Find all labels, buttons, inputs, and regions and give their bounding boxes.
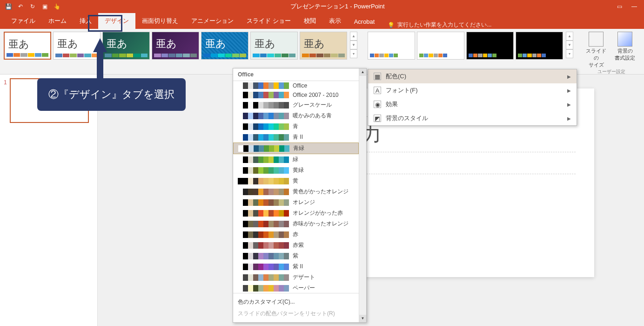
touch-icon[interactable]: 👆 (53, 3, 60, 10)
theme-gallery: 亜あ 亜あ 亜あ 亜あ 亜あ 亜あ 亜あ (4, 32, 347, 60)
color-scheme-label: 青 (293, 122, 298, 130)
gallery-more-icon[interactable]: ▾ (350, 49, 357, 58)
color-swatches (238, 189, 289, 195)
gallery-up-icon[interactable]: ▲ (350, 32, 357, 41)
color-swatches (238, 82, 289, 89)
theme-7[interactable]: 亜あ (300, 32, 347, 60)
color-scheme-item[interactable]: Office (233, 81, 359, 90)
variant-gallery (368, 32, 563, 60)
tab-home[interactable]: ホーム (42, 13, 73, 29)
color-menu-header: Office (233, 68, 359, 81)
color-scheme-item[interactable]: 黄 (233, 176, 359, 186)
color-scheme-label: 青緑 (293, 144, 304, 152)
gallery-down-icon[interactable]: ▼ (350, 41, 357, 49)
theme-office[interactable]: 亜あ (4, 32, 51, 60)
color-scheme-label: オレンジがかった赤 (293, 209, 343, 217)
color-scheme-item[interactable]: 赤紫 (233, 240, 359, 251)
variant-4[interactable] (516, 32, 563, 60)
color-scheme-item[interactable]: 赤 (233, 229, 359, 240)
variant-3[interactable] (466, 32, 514, 60)
color-swatches (238, 145, 289, 152)
format-background-button[interactable]: 背景の 書式設定 (612, 32, 637, 61)
color-menu-footer: 色のカスタマイズ(C)... スライドの配色パターンをリセット(R) (233, 293, 359, 322)
menu-colors[interactable]: ▦配色(C)▶ (368, 69, 577, 83)
color-swatches (238, 156, 289, 163)
chevron-right-icon: ▶ (567, 116, 571, 121)
color-scheme-item[interactable]: グレースケール (233, 100, 359, 110)
color-scheme-item[interactable]: 紫 II (233, 261, 359, 272)
bgstyles-icon: ◩ (374, 115, 381, 122)
color-scheme-item[interactable]: 赤味がかったオレンジ (233, 218, 359, 229)
color-scheme-label: 紫 (293, 252, 298, 260)
color-swatches (238, 102, 289, 109)
minimize-icon[interactable]: — (631, 3, 637, 10)
menu-fonts[interactable]: Aフォント(F)▶ (368, 83, 577, 97)
slideshow-icon[interactable]: ▣ (41, 3, 48, 10)
svg-marker-0 (93, 38, 107, 80)
color-scheme-label: 黄緑 (293, 166, 304, 174)
tab-slideshow[interactable]: スライド ショー (240, 13, 297, 29)
color-scheme-item[interactable]: 青 II (233, 132, 359, 143)
variant-1[interactable] (368, 32, 415, 60)
scroll-up-icon[interactable]: ▲ (359, 68, 366, 76)
tell-me[interactable]: 💡 実行したい作業を入力してください... (388, 21, 491, 29)
scrollbar[interactable]: ▲ ▼ (359, 68, 366, 322)
color-scheme-item[interactable]: 緑 (233, 154, 359, 165)
annotation-highlight (88, 15, 122, 32)
variant-dropdown: ▦配色(C)▶ Aフォント(F)▶ ◉効果▶ ◩背景のスタイル▶ (368, 69, 577, 126)
color-scheme-list: OfficeOffice 2007 - 2010グレースケール暖かみのある青青青… (233, 81, 359, 293)
color-swatches (238, 221, 289, 227)
color-swatches (238, 285, 289, 292)
color-scheme-item[interactable]: Office 2007 - 2010 (233, 90, 359, 100)
scroll-down-icon[interactable]: ▼ (359, 315, 366, 322)
tab-view[interactable]: 表示 (322, 13, 348, 29)
color-scheme-label: オレンジ (293, 198, 315, 206)
tab-transitions[interactable]: 画面切り替え (135, 13, 185, 29)
color-scheme-item[interactable]: 青緑 (233, 143, 359, 154)
color-scheme-item[interactable]: オレンジがかった赤 (233, 208, 359, 218)
theme-6[interactable]: 亜あ (250, 32, 298, 60)
color-scheme-label: 暖かみのある青 (293, 112, 332, 120)
variant-gallery-scroll: ▲ ▼ ▾ (566, 32, 573, 58)
ribbon-options-icon[interactable]: ▭ (617, 3, 622, 10)
annotation-callout: ②『デザイン』タブを選択 (37, 78, 186, 111)
save-icon[interactable]: 💾 (5, 3, 12, 10)
theme-4[interactable]: 亜あ (152, 32, 199, 60)
quick-access-toolbar: 💾 ↶ ↻ ▣ 👆 (0, 3, 65, 10)
tab-file[interactable]: ファイル (5, 13, 42, 29)
variant-up-icon[interactable]: ▲ (566, 32, 573, 41)
customize-colors[interactable]: 色のカスタマイズ(C)... (238, 296, 354, 308)
color-scheme-item[interactable]: 青 (233, 121, 359, 132)
undo-icon[interactable]: ↶ (17, 3, 24, 10)
variant-2[interactable] (417, 32, 464, 60)
color-scheme-item[interactable]: 暖かみのある青 (233, 110, 359, 121)
theme-5[interactable]: 亜あ (201, 32, 248, 60)
theme-3[interactable]: 亜あ (102, 32, 150, 60)
color-scheme-label: デザート (293, 273, 315, 281)
color-scheme-item[interactable]: 黄色がかったオレンジ (233, 186, 359, 197)
reset-colors[interactable]: スライドの配色パターンをリセット(R) (238, 308, 354, 319)
menu-effects[interactable]: ◉効果▶ (368, 97, 577, 111)
color-scheme-item[interactable]: デザート (233, 272, 359, 283)
color-scheme-label: Office (293, 82, 307, 89)
color-scheme-item[interactable]: オレンジ (233, 197, 359, 208)
variant-more-icon[interactable]: ▾ (566, 49, 573, 58)
color-scheme-item[interactable]: 黄緑 (233, 165, 359, 176)
color-scheme-item[interactable]: 紫 (233, 251, 359, 261)
color-scheme-item[interactable]: ペーパー (233, 283, 359, 293)
slide-size-button[interactable]: スライドの サイズ (584, 32, 609, 68)
chevron-right-icon: ▶ (567, 74, 571, 79)
color-swatches (238, 253, 289, 259)
redo-icon[interactable]: ↻ (29, 3, 36, 10)
menu-bgstyles[interactable]: ◩背景のスタイル▶ (368, 111, 577, 125)
color-scheme-label: 紫 II (293, 263, 303, 271)
variant-down-icon[interactable]: ▼ (566, 41, 573, 49)
titlebar: 💾 ↶ ↻ ▣ 👆 プレゼンテーション1 - PowerPoint ▭ — (0, 0, 644, 13)
tab-review[interactable]: 校閲 (297, 13, 322, 29)
color-scheme-label: 緑 (293, 156, 298, 163)
color-swatches (238, 113, 289, 119)
tab-animations[interactable]: アニメーション (185, 13, 240, 29)
color-scheme-label: 赤味がかったオレンジ (293, 220, 349, 228)
color-scheme-label: 黄 (293, 177, 298, 185)
tab-acrobat[interactable]: Acrobat (348, 14, 382, 29)
